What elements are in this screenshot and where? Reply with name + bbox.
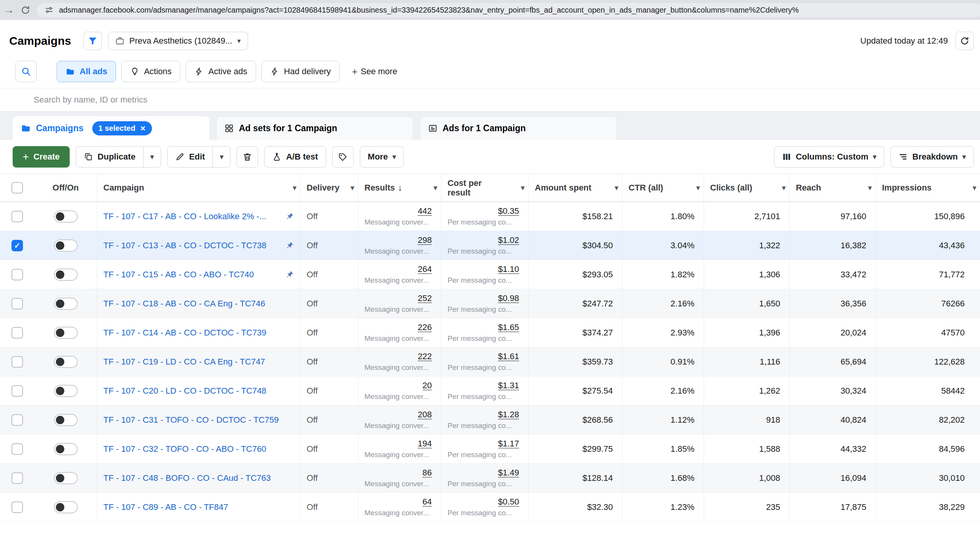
cost-per-result-value[interactable]: $1.17 bbox=[498, 439, 519, 449]
results-value[interactable]: 208 bbox=[418, 410, 432, 420]
column-header-clicks[interactable]: Clicks (all) bbox=[710, 183, 752, 192]
row-checkbox[interactable] bbox=[11, 472, 23, 484]
results-value[interactable]: 86 bbox=[423, 468, 432, 478]
campaign-toggle[interactable] bbox=[54, 443, 78, 455]
chevron-down-icon[interactable]: ▾ bbox=[782, 184, 786, 191]
results-value[interactable]: 226 bbox=[418, 322, 432, 332]
campaign-name-link[interactable]: TF - 107 - C31 - TOFO - CO - DCTOC - TC7… bbox=[103, 415, 294, 425]
filter-pill-had-delivery[interactable]: Had delivery bbox=[261, 61, 340, 82]
cost-per-result-value[interactable]: $1.65 bbox=[498, 322, 519, 332]
campaign-name-link[interactable]: TF - 107 - C14 - AB - CO - DCTOC - TC739 bbox=[103, 328, 294, 338]
results-value[interactable]: 252 bbox=[418, 293, 432, 303]
campaign-toggle[interactable] bbox=[54, 327, 78, 339]
duplicate-dropdown[interactable]: ▾ bbox=[144, 146, 161, 168]
site-settings-icon[interactable] bbox=[44, 5, 54, 15]
campaign-name-link[interactable]: TF - 107 - C20 - LD - CO - DCTOC - TC748 bbox=[103, 386, 294, 396]
filter-funnel-button[interactable] bbox=[83, 32, 102, 50]
campaign-name-link[interactable]: TF - 107 - C15 - AB - CO - ABO - TC740 bbox=[103, 270, 280, 280]
chevron-down-icon[interactable]: ▾ bbox=[615, 184, 618, 191]
close-icon[interactable]: ✕ bbox=[140, 124, 146, 133]
results-value[interactable]: 442 bbox=[418, 206, 432, 216]
campaign-toggle[interactable] bbox=[54, 356, 78, 368]
campaign-toggle[interactable] bbox=[54, 385, 78, 397]
delete-button[interactable] bbox=[237, 146, 258, 168]
url-bar[interactable]: adsmanager.facebook.com/adsmanager/manag… bbox=[37, 3, 980, 17]
campaign-name-link[interactable]: TF - 107 - C19 - LD - CO - CA Eng - TC74… bbox=[103, 357, 294, 367]
create-button[interactable]: + Create bbox=[13, 146, 70, 168]
results-value[interactable]: 20 bbox=[423, 381, 432, 391]
campaign-name-link[interactable]: TF - 107 - C48 - BOFO - CO - CAud - TC76… bbox=[103, 473, 294, 483]
edit-button[interactable]: Edit bbox=[167, 146, 213, 168]
row-checkbox[interactable] bbox=[11, 414, 23, 426]
duplicate-button[interactable]: Duplicate bbox=[76, 146, 144, 168]
results-value[interactable]: 222 bbox=[418, 352, 432, 361]
results-value[interactable]: 264 bbox=[418, 264, 432, 274]
ab-test-button[interactable]: A/B test bbox=[264, 146, 326, 168]
results-value[interactable]: 194 bbox=[418, 439, 432, 449]
filter-pill-all-ads[interactable]: All ads bbox=[57, 61, 116, 82]
row-checkbox[interactable] bbox=[11, 211, 23, 222]
results-value[interactable]: 64 bbox=[423, 497, 432, 507]
row-checkbox[interactable] bbox=[11, 501, 23, 513]
chevron-down-icon[interactable]: ▾ bbox=[696, 184, 700, 191]
search-button[interactable] bbox=[15, 61, 37, 82]
column-header-campaign[interactable]: Campaign bbox=[103, 183, 144, 192]
refresh-button[interactable] bbox=[956, 32, 974, 50]
account-selector[interactable]: Preva Aesthetics (102849... ▾ bbox=[108, 32, 248, 50]
chevron-down-icon[interactable]: ▾ bbox=[973, 184, 976, 191]
row-checkbox[interactable] bbox=[11, 327, 23, 339]
tag-button[interactable] bbox=[332, 146, 354, 168]
select-all-checkbox[interactable] bbox=[11, 182, 23, 194]
cost-per-result-value[interactable]: $1.31 bbox=[498, 381, 519, 391]
cost-per-result-value[interactable]: $1.02 bbox=[498, 235, 519, 245]
campaign-name-link[interactable]: TF - 107 - C32 - TOFO - CO - ABO - TC760 bbox=[103, 444, 294, 454]
column-header-reach[interactable]: Reach bbox=[796, 183, 821, 192]
campaign-name-link[interactable]: TF - 107 - C18 - AB - CO - CA Eng - TC74… bbox=[103, 299, 294, 309]
see-more-button[interactable]: + See more bbox=[352, 67, 397, 77]
forward-button[interactable]: → bbox=[4, 5, 14, 15]
campaign-toggle[interactable] bbox=[54, 298, 78, 310]
cost-per-result-value[interactable]: $1.61 bbox=[498, 352, 519, 361]
campaign-name-link[interactable]: TF - 107 - C13 - AB - CO - DCTOC - TC738 bbox=[103, 241, 280, 251]
row-checkbox[interactable] bbox=[11, 240, 23, 251]
results-value[interactable]: 298 bbox=[418, 235, 432, 245]
tab-ads[interactable]: Ads for 1 Campaign bbox=[420, 116, 617, 140]
row-checkbox[interactable] bbox=[11, 298, 23, 309]
columns-button[interactable]: Columns: Custom ▾ bbox=[774, 146, 885, 168]
campaign-toggle[interactable] bbox=[54, 210, 78, 223]
row-checkbox[interactable] bbox=[11, 385, 23, 397]
cost-per-result-value[interactable]: $1.49 bbox=[498, 468, 519, 478]
chevron-down-icon[interactable]: ▾ bbox=[293, 184, 296, 191]
cost-per-result-value[interactable]: $0.50 bbox=[498, 497, 519, 507]
cost-per-result-value[interactable]: $0.98 bbox=[498, 293, 519, 303]
column-header-cost[interactable]: Cost per result bbox=[448, 178, 497, 198]
tab-ad-sets[interactable]: Ad sets for 1 Campaign bbox=[216, 116, 413, 140]
campaign-toggle[interactable] bbox=[54, 472, 78, 484]
campaign-toggle[interactable] bbox=[54, 414, 78, 426]
column-header-off-on[interactable]: Off/On bbox=[52, 183, 78, 192]
cost-per-result-value[interactable]: $0.35 bbox=[498, 206, 519, 216]
column-header-results[interactable]: Results bbox=[364, 183, 395, 192]
more-button[interactable]: More ▾ bbox=[360, 146, 404, 168]
row-checkbox[interactable] bbox=[11, 443, 23, 455]
column-header-delivery[interactable]: Delivery bbox=[307, 183, 340, 192]
row-checkbox[interactable] bbox=[11, 269, 23, 280]
cost-per-result-value[interactable]: $1.28 bbox=[498, 410, 519, 420]
campaign-name-link[interactable]: TF - 107 - C17 - AB - CO - Lookalike 2% … bbox=[103, 212, 280, 221]
row-checkbox[interactable] bbox=[11, 356, 23, 368]
campaign-name-link[interactable]: TF - 107 - C89 - AB - CO - TF847 bbox=[103, 502, 294, 512]
chevron-down-icon[interactable]: ▾ bbox=[868, 184, 872, 191]
reload-button[interactable] bbox=[20, 5, 31, 15]
search-input[interactable] bbox=[0, 88, 980, 111]
column-header-ctr[interactable]: CTR (all) bbox=[629, 183, 663, 192]
campaign-toggle[interactable] bbox=[54, 269, 78, 281]
chevron-down-icon[interactable]: ▾ bbox=[434, 184, 437, 191]
tab-campaigns[interactable]: Campaigns 1 selected ✕ bbox=[13, 116, 209, 140]
breakdown-button[interactable]: Breakdown ▾ bbox=[890, 146, 974, 168]
edit-dropdown[interactable]: ▾ bbox=[213, 146, 230, 168]
campaign-toggle[interactable] bbox=[54, 501, 78, 513]
cost-per-result-value[interactable]: $1.10 bbox=[498, 264, 519, 274]
chevron-down-icon[interactable]: ▾ bbox=[521, 184, 524, 191]
filter-pill-active-ads[interactable]: Active ads bbox=[186, 61, 256, 82]
column-header-impressions[interactable]: Impressions bbox=[882, 183, 932, 192]
